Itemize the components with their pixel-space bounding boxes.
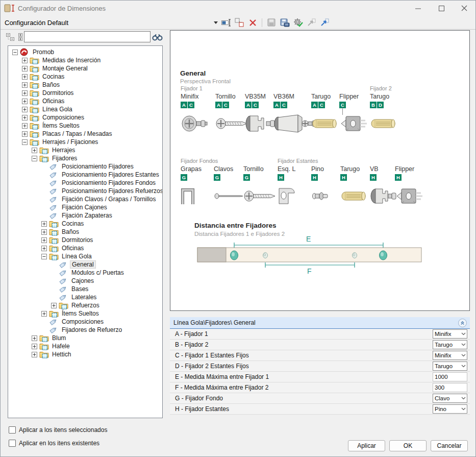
tree-item[interactable]: Composiciones [8, 113, 162, 122]
collapse-panel-button[interactable] [458, 319, 467, 327]
configuration-combo[interactable]: Configuración Default [1, 16, 220, 29]
ok-button[interactable]: OK [389, 440, 427, 451]
expand-toggle-icon[interactable] [32, 335, 37, 341]
tree-item[interactable]: Ítems Sueltos [8, 309, 162, 318]
property-dropdown[interactable]: Tarugo [433, 340, 467, 349]
property-dropdown[interactable]: Tarugo [433, 362, 467, 371]
export-config-icon[interactable] [319, 17, 330, 28]
property-dropdown[interactable]: Minifix [433, 329, 467, 339]
tree-item[interactable]: Composiciones [8, 318, 162, 326]
expand-toggle-icon[interactable] [41, 311, 47, 317]
tree-item[interactable]: Blum [8, 334, 162, 342]
tree-item[interactable]: Fijación Zapateras [8, 211, 162, 220]
property-dropdown[interactable]: Clavo [433, 394, 467, 403]
expand-toggle-icon[interactable] [32, 352, 37, 357]
expand-toggle-icon[interactable] [22, 82, 28, 88]
fastener-column: TarugoAC [311, 85, 338, 135]
apply-config-gear-icon[interactable] [293, 17, 303, 28]
expand-toggle-icon[interactable] [51, 303, 57, 308]
tree-item[interactable]: Promob [8, 48, 162, 56]
search-input[interactable] [24, 31, 151, 42]
tree-item[interactable]: Placas / Tapas / Mesadas [8, 130, 162, 138]
tree-item[interactable]: Bases [8, 285, 162, 293]
tree-item-label: Posicionamiento Fijadores Fondos [60, 179, 157, 186]
property-input[interactable]: 300 [433, 383, 467, 392]
rename-config-icon[interactable] [221, 17, 231, 28]
save-as-icon[interactable] [280, 17, 290, 28]
maximize-button[interactable] [433, 2, 450, 15]
tree-item[interactable]: Refuerzos [8, 301, 162, 309]
delete-config-icon[interactable] [247, 17, 258, 28]
tree-item[interactable]: Cajones [8, 277, 162, 285]
tree-item[interactable]: Posicionamiento Fijadores Estantes [8, 171, 162, 179]
expand-toggle-icon[interactable] [32, 148, 37, 153]
expand-toggle-icon[interactable] [32, 344, 37, 349]
fastener-group-label [243, 158, 277, 165]
tree-item[interactable]: Herrajes / Fijaciones [8, 138, 162, 146]
property-value: Tarugo [435, 342, 461, 348]
expand-toggle-icon[interactable] [41, 237, 47, 243]
tree-item[interactable]: Módulos c/ Puertas [8, 269, 162, 277]
tree-item[interactable]: Fijadores [8, 154, 162, 162]
expand-toggle-icon[interactable] [22, 66, 28, 71]
tree-item[interactable]: Fijadores de Refuerzo [8, 326, 162, 334]
expand-toggle-icon[interactable] [22, 115, 28, 121]
aplicar-button[interactable]: Aplicar [348, 440, 385, 451]
checkbox[interactable] [9, 426, 16, 434]
expand-toggle-icon[interactable] [41, 246, 47, 251]
tree-item[interactable]: Línea Gola [8, 105, 162, 113]
tree-item[interactable]: Fijación Clavos / Grapas / Tornillos [8, 195, 162, 203]
save-icon[interactable] [266, 17, 277, 28]
tree-item[interactable]: Fijación Cajones [8, 203, 162, 211]
tree-item[interactable]: Ítems Sueltos [8, 122, 162, 130]
position-badge: C [318, 102, 325, 108]
window-title: Configurador de Dimensiones [18, 5, 106, 12]
property-input[interactable]: 1000 [433, 372, 467, 381]
tree-item[interactable]: General [8, 260, 162, 269]
tree-item[interactable]: Posicionamiento Fijadores Fondos [8, 179, 162, 187]
tree-item[interactable]: Laterales [8, 293, 162, 301]
expand-toggle-icon[interactable] [22, 74, 28, 80]
collapse-toggle-icon[interactable] [41, 254, 47, 259]
chevron-down-icon[interactable] [214, 21, 218, 24]
collapse-toggle-icon[interactable] [32, 156, 37, 161]
tree-item[interactable]: Posicionamiento Fijadores Refuerzos [8, 187, 162, 195]
tree-item[interactable]: Línea Gola [8, 252, 162, 260]
close-button[interactable] [456, 2, 473, 15]
tree-item[interactable]: Medidas de Inserción [8, 56, 162, 64]
minimize-button[interactable] [409, 2, 427, 15]
expand-toggle-icon[interactable] [41, 221, 47, 227]
tree-item[interactable]: Cocinas [8, 220, 162, 228]
tree-item[interactable]: Hettich [8, 350, 162, 358]
checkbox-row[interactable]: Aplicar a los itens seleccionados [9, 426, 107, 433]
cancel-button[interactable]: Cancelar [431, 440, 468, 451]
tree-item[interactable]: Hafele [8, 342, 162, 350]
tree-item[interactable]: Cocinas [8, 73, 162, 81]
tree-item[interactable]: Baños [8, 81, 162, 89]
tree-item[interactable]: Montaje General [8, 64, 162, 73]
duplicate-config-icon[interactable] [234, 17, 244, 28]
tree-item[interactable]: Herrajes [8, 146, 162, 154]
property-dropdown[interactable]: Pino [433, 404, 467, 414]
expand-toggle-icon[interactable] [41, 229, 47, 235]
tree-item[interactable]: Dormitorios [8, 236, 162, 244]
expand-toggle-icon[interactable] [22, 99, 28, 104]
expand-toggle-icon[interactable] [22, 131, 28, 137]
collapse-toggle-icon[interactable] [12, 50, 18, 55]
checkbox[interactable] [9, 440, 16, 447]
expand-toggle-icon[interactable] [22, 123, 28, 129]
tree-item[interactable]: Dormitorios [8, 89, 162, 97]
import-config-icon[interactable] [306, 17, 316, 28]
property-dropdown[interactable]: Minifix [433, 351, 467, 360]
collapse-toggle-icon[interactable] [22, 139, 28, 145]
tree-item[interactable]: Oficinas [8, 97, 162, 105]
expand-toggle-icon[interactable] [22, 90, 28, 96]
tree-item[interactable]: Baños [8, 228, 162, 236]
checkbox-row[interactable]: Aplicar en los itens existentes [9, 440, 107, 446]
tree-item[interactable]: Oficinas [8, 244, 162, 252]
tree-item[interactable]: Posicionamiento Fijadores [8, 162, 162, 171]
expand-toggle-icon[interactable] [22, 58, 28, 63]
expand-toggle-icon[interactable] [22, 107, 28, 112]
collapse-all-icon[interactable] [6, 32, 15, 41]
search-binoculars-icon[interactable] [152, 32, 163, 41]
